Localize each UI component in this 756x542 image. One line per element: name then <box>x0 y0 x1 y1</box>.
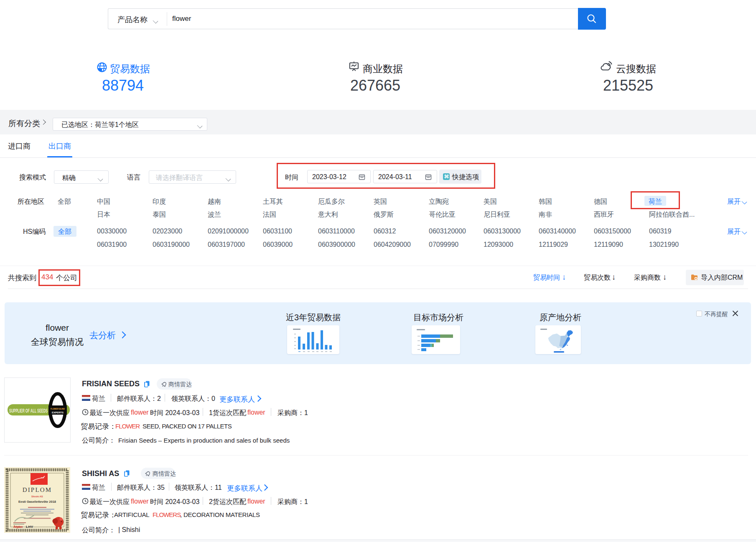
svg-text:DIPLOM: DIPLOM <box>23 486 52 493</box>
svg-text:FLOWER BLIND: FLOWER BLIND <box>51 408 65 410</box>
svg-text:SUPPLIER OF ALL SEEDS: SUPPLIER OF ALL SEEDS <box>9 408 48 414</box>
svg-text:Äripäev: Äripäev <box>13 525 23 529</box>
svg-text:LHV: LHV <box>26 525 33 529</box>
svg-text:EXPERTS: EXPERTS <box>52 411 64 414</box>
svg-text:Eesti Gasellettevõte 2018: Eesti Gasellettevõte 2018 <box>18 500 56 504</box>
svg-text:Shishi AS: Shishi AS <box>31 495 43 498</box>
